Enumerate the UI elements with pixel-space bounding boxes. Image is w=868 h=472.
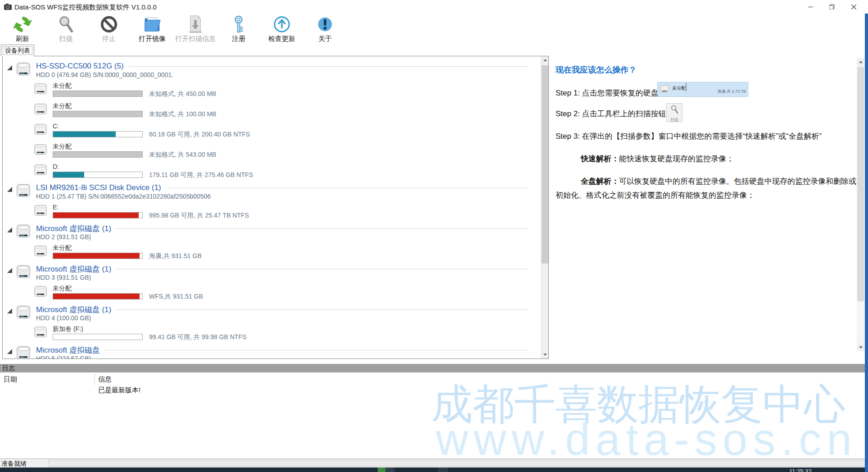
usage-bar: [53, 293, 143, 300]
scrollbar-thumb[interactable]: [542, 65, 548, 263]
sample-partition-desc: 海康,共 2.73 TB: [717, 89, 746, 95]
sample-scan-label: 扫描: [670, 117, 678, 123]
scroll-down-icon[interactable]: [541, 351, 549, 359]
device-subtitle: HDD 1 (25.47 TB) S/N:0068552e0da2e310228…: [36, 193, 541, 200]
refresh-icon: [12, 14, 33, 34]
log-column-info[interactable]: 信息: [98, 375, 112, 384]
help-scrollbar[interactable]: [857, 58, 864, 351]
scroll-up-icon[interactable]: [857, 58, 864, 66]
about-button[interactable]: 关于: [303, 14, 347, 43]
window-title: Data-SOS WFS监控视频数据恢复软件 V1.0.0.0: [14, 3, 157, 12]
device-header[interactable]: Microsoft 虚拟磁盘 (1)HDD 3 (931.51 GB): [3, 264, 541, 281]
device-header[interactable]: LSI MR9261-8i SCSI Disk Device (1)HDD 1 …: [3, 183, 541, 200]
device-group: Microsoft 虚拟磁盘 (1)HDD 3 (931.51 GB)未分配WF…: [3, 264, 541, 300]
close-button[interactable]: [843, 0, 864, 14]
device-group: Microsoft 虚拟磁盘 (1)HDD 2 (931.51 GB)未分配海康…: [3, 224, 541, 259]
expand-triangle-icon[interactable]: [7, 349, 12, 354]
taskbar-strip: 11:25:32: [0, 467, 868, 472]
divider: [116, 228, 528, 229]
open-image-icon: [142, 14, 163, 34]
register-button[interactable]: 注册: [217, 14, 260, 43]
expand-triangle-icon[interactable]: [7, 268, 12, 273]
open-scan-info-icon: [185, 14, 206, 34]
partition-row[interactable]: 未分配WFS,共 931.51 GB: [33, 285, 541, 300]
taskbar-clock: 11:25:32: [789, 468, 812, 472]
partition-row[interactable]: 未分配未知格式, 共 543.00 MB: [33, 143, 541, 158]
toolbar-label: 打开扫描信息: [175, 35, 216, 43]
taskbar-app-indicator[interactable]: [385, 467, 394, 472]
device-group: LSI MR9261-8i SCSI Disk Device (1)HDD 1 …: [3, 183, 541, 219]
usage-bar: [53, 131, 143, 137]
scrollbar-thumb[interactable]: [857, 67, 864, 301]
partition-label: 未分配: [53, 285, 143, 292]
expand-triangle-icon[interactable]: [7, 227, 12, 232]
check-update-button[interactable]: 检查更新: [260, 14, 303, 43]
device-panel: HS-SSD-CC500 512G (5)HDD 0 (476.94 GB) S…: [2, 56, 549, 359]
hard-disk-icon: [15, 345, 32, 359]
refresh-button[interactable]: 刷新: [1, 14, 44, 43]
usage-bar: [53, 111, 143, 117]
device-header[interactable]: Microsoft 虚拟磁盘HDD 5 (223.57 GB): [3, 345, 541, 359]
device-title: LSI MR9261-8i SCSI Disk Device (1): [36, 183, 161, 192]
partition-row[interactable]: 未分配未知格式, 共 450.00 MB: [33, 82, 541, 97]
help-step-2: Step 2: 点击工具栏上的扫描按钮: [556, 109, 666, 119]
application-window: Data-SOS WFS监控视频数据恢复软件 V1.0.0.0 刷新 扫描 停止: [0, 0, 868, 472]
sample-disk-row-image: 未分配 海康,共 2.73 TB: [657, 82, 748, 97]
partition-desc: WFS,共 931.51 GB: [149, 293, 203, 300]
restore-button[interactable]: [821, 0, 843, 14]
tab-device-list[interactable]: 设备列表: [1, 45, 34, 56]
minimize-button[interactable]: [800, 0, 821, 14]
check-update-icon: [271, 14, 292, 34]
hard-disk-icon: [15, 183, 32, 200]
partition-row[interactable]: E:995.98 GB 可用, 共 25.47 TB NTFS: [33, 204, 541, 219]
toolbar-label: 关于: [318, 35, 332, 43]
partition-label: 未分配: [53, 143, 143, 150]
partition-label: D:: [53, 163, 143, 171]
partition-desc: 179.11 GB 可用, 共 275.46 GB NTFS: [149, 171, 253, 178]
expand-triangle-icon[interactable]: [7, 187, 12, 192]
partition-drive-icon: [33, 204, 49, 219]
taskbar-app-indicator[interactable]: [378, 467, 385, 472]
partition-row[interactable]: C:60.18 GB 可用, 共 200.40 GB NTFS: [33, 123, 541, 138]
help-panel: 现在我应该怎么操作？ Step 1: 点击您需要恢复的硬盘 未分配 海康,共 2…: [553, 58, 864, 351]
partition-drive-icon: [33, 326, 49, 340]
partition-row[interactable]: 新加卷 (F:)99.41 GB 可用, 共 99.98 GB NTFS: [33, 325, 541, 340]
divider: [116, 309, 528, 310]
open-image-button[interactable]: 打开镜像: [131, 14, 174, 43]
hard-disk-icon: [15, 305, 32, 322]
taskbar-app-indicator[interactable]: [438, 467, 448, 472]
partition-desc: 99.41 GB 可用, 共 99.98 GB NTFS: [149, 333, 246, 340]
usage-bar: [53, 91, 143, 97]
about-icon: [315, 14, 335, 34]
hard-disk-icon: [15, 62, 32, 78]
log-column-date[interactable]: 日期: [4, 375, 17, 384]
scan-button[interactable]: 扫描: [44, 14, 87, 43]
scroll-down-icon[interactable]: [857, 344, 864, 351]
partition-label: E:: [53, 204, 143, 211]
expand-triangle-icon[interactable]: [7, 309, 12, 313]
stop-button[interactable]: 停止: [87, 14, 131, 43]
partition-row[interactable]: 未分配海康,共 931.51 GB: [33, 244, 541, 259]
usage-bar: [53, 172, 143, 178]
partition-row[interactable]: 未分配未知格式, 共 100.00 MB: [33, 102, 541, 118]
expand-triangle-icon[interactable]: [7, 65, 12, 70]
scroll-up-icon[interactable]: [541, 56, 549, 64]
device-title: Microsoft 虚拟磁盘 (1): [36, 264, 111, 274]
device-header[interactable]: Microsoft 虚拟磁盘 (1)HDD 2 (931.51 GB): [3, 224, 541, 241]
partition-drive-icon: [33, 103, 49, 118]
device-list: HS-SSD-CC500 512G (5)HDD 0 (476.94 GB) S…: [3, 56, 541, 359]
device-header[interactable]: Microsoft 虚拟磁盘 (1)HDD 4 (100.00 GB): [3, 305, 541, 322]
sample-scan-button-image: 扫描: [666, 103, 683, 122]
device-list-scrollbar[interactable]: [541, 56, 548, 359]
open-scan-info-button[interactable]: 打开扫描信息: [174, 14, 217, 43]
partition-row[interactable]: D:179.11 GB 可用, 共 275.46 GB NTFS: [33, 163, 541, 178]
toolbar-label: 扫描: [59, 35, 72, 43]
divider: [104, 350, 528, 350]
device-header[interactable]: HS-SSD-CC500 512G (5)HDD 0 (476.94 GB) S…: [3, 62, 541, 78]
hard-disk-icon: [15, 264, 32, 281]
usage-bar: [53, 151, 143, 158]
scan-icon: [55, 14, 76, 34]
partition-drive-icon: [33, 164, 49, 178]
app-logo-icon: [4, 3, 12, 10]
device-subtitle: HDD 3 (931.51 GB): [36, 274, 541, 281]
